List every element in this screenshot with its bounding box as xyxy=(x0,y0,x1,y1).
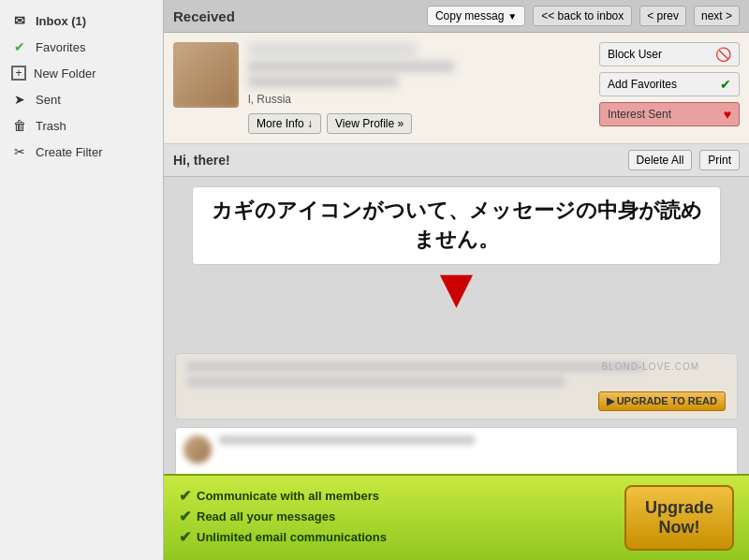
print-button[interactable]: Print xyxy=(699,150,740,170)
topbar: Received Copy messag ▼ << back to inbox … xyxy=(164,0,749,33)
profile-buttons: More Info ↓ View Profile » xyxy=(248,113,590,134)
message-area[interactable]: カギのアイコンがついて、メッセージの中身が読めません。 ▼ BLOND-LOVE… xyxy=(164,177,749,474)
inbox-icon: ✉ xyxy=(11,13,28,28)
profile-sub2 xyxy=(248,76,398,87)
upgrade-now-button[interactable]: UpgradeNow! xyxy=(624,485,734,551)
checkmark-icon: ✔ xyxy=(720,77,731,92)
block-icon: 🚫 xyxy=(715,47,731,62)
main-content: Received Copy messag ▼ << back to inbox … xyxy=(164,0,749,560)
copy-message-button[interactable]: Copy messag ▼ xyxy=(427,6,525,26)
upgrade-bar: ✔ Communicate with all members ✔ Read al… xyxy=(164,474,749,560)
sent-icon: ➤ xyxy=(11,92,28,107)
sidebar-item-new-folder[interactable]: + New Folder xyxy=(0,60,163,86)
dropdown-arrow-icon: ▼ xyxy=(507,11,517,22)
check-icon-1: ✔ xyxy=(179,487,191,505)
favorites-icon: ✔ xyxy=(11,39,28,54)
message-header: Hi, there! Delete All Print xyxy=(164,144,749,177)
sender-avatar-small xyxy=(184,435,212,464)
message-bubble-2: 🔒 ⚠ ⚠ MESSAGE LOCKED xyxy=(175,427,738,474)
delete-all-button[interactable]: Delete All xyxy=(628,150,693,170)
action-buttons: Block User 🚫 Add Favorites ✔ Interest Se… xyxy=(599,42,740,134)
sidebar-item-inbox[interactable]: ✉ Inbox (1) xyxy=(0,7,163,34)
sidebar: ✉ Inbox (1) ✔ Favorites + New Folder ➤ S… xyxy=(0,0,164,560)
more-info-button[interactable]: More Info ↓ xyxy=(248,113,321,134)
bubble-2-header xyxy=(176,428,737,471)
profile-section: l, Russia More Info ↓ View Profile » Blo… xyxy=(164,33,749,144)
profile-name xyxy=(248,42,417,57)
annotation-box: カギのアイコンがついて、メッセージの中身が読めません。 xyxy=(192,186,721,265)
sidebar-item-sent[interactable]: ➤ Sent xyxy=(0,86,163,112)
annotation-overlay: カギのアイコンがついて、メッセージの中身が読めません。 ▼ xyxy=(192,186,721,317)
sidebar-item-favorites[interactable]: ✔ Favorites xyxy=(0,34,163,60)
upgrade-inline-btn[interactable]: ▶ UPGRADE TO READ xyxy=(598,391,726,411)
interest-sent-button[interactable]: Interest Sent ♥ xyxy=(599,102,740,126)
message-bubble-1: BLOND-LOVE.COM ▶ UPGRADE TO READ xyxy=(175,353,738,420)
sidebar-item-trash[interactable]: 🗑 Trash xyxy=(0,112,163,139)
topbar-title: Received xyxy=(173,8,419,24)
profile-info: l, Russia More Info ↓ View Profile » xyxy=(248,42,590,134)
trash-icon: 🗑 xyxy=(11,118,28,133)
upgrade-feature-3: ✔ Unlimited email communications xyxy=(179,528,613,546)
check-icon-3: ✔ xyxy=(179,528,191,546)
sidebar-item-create-filter[interactable]: ✂ Create Filter xyxy=(0,139,163,165)
bubble-2-body xyxy=(219,435,729,464)
new-folder-icon: + xyxy=(11,66,26,81)
create-filter-icon: ✂ xyxy=(11,144,28,159)
watermark: BLOND-LOVE.COM xyxy=(601,361,699,372)
message-content-2: 🔒 xyxy=(176,471,737,474)
upgrade-feature-1: ✔ Communicate with all members xyxy=(179,487,613,505)
block-user-button[interactable]: Block User 🚫 xyxy=(599,42,740,66)
upgrade-feature-2: ✔ Read all your messages xyxy=(179,508,613,525)
prev-button[interactable]: < prev xyxy=(639,6,686,26)
profile-sub1 xyxy=(248,61,454,72)
message-subject: Hi, there! xyxy=(173,153,621,168)
annotation-text: カギのアイコンがついて、メッセージの中身が読めません。 xyxy=(208,197,705,255)
add-favorites-button[interactable]: Add Favorites ✔ xyxy=(599,72,740,96)
message-content-1: BLOND-LOVE.COM ▶ UPGRADE TO READ xyxy=(176,354,737,419)
next-button[interactable]: next > xyxy=(694,6,740,26)
back-to-inbox-button[interactable]: << back to inbox xyxy=(533,6,632,26)
upgrade-features: ✔ Communicate with all members ✔ Read al… xyxy=(179,487,613,549)
heart-icon: ♥ xyxy=(724,107,731,122)
check-icon-2: ✔ xyxy=(179,508,191,525)
view-profile-button[interactable]: View Profile » xyxy=(327,113,412,134)
avatar xyxy=(173,42,239,108)
red-arrow-icon: ▼ xyxy=(192,260,721,317)
profile-location: l, Russia xyxy=(248,93,590,106)
